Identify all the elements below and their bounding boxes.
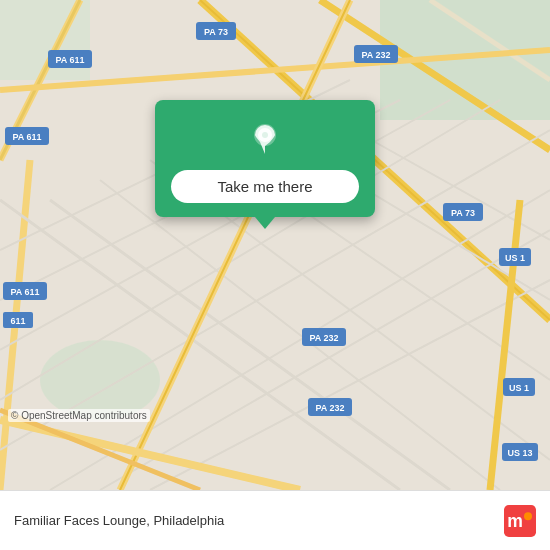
svg-text:US 13: US 13 — [507, 448, 532, 458]
location-popup: Take me there — [155, 100, 375, 217]
svg-text:PA 73: PA 73 — [451, 208, 475, 218]
svg-point-61 — [524, 512, 532, 520]
take-me-there-button[interactable]: Take me there — [171, 170, 359, 203]
svg-text:PA 73: PA 73 — [204, 27, 228, 37]
bottom-bar: Familiar Faces Lounge, Philadelphia m — [0, 490, 550, 550]
svg-point-3 — [40, 340, 160, 420]
svg-text:PA 611: PA 611 — [12, 132, 41, 142]
svg-text:611: 611 — [10, 316, 25, 326]
moovit-logo: m — [504, 505, 536, 537]
svg-text:PA 232: PA 232 — [361, 50, 390, 60]
svg-text:PA 611: PA 611 — [55, 55, 84, 65]
svg-text:US 1: US 1 — [505, 253, 525, 263]
map-pin-icon — [244, 118, 286, 160]
svg-text:m: m — [507, 511, 523, 531]
svg-text:PA 611: PA 611 — [10, 287, 39, 297]
map-container: PA 611 PA 73 PA 232 PA 611 PA 611 611 PA… — [0, 0, 550, 490]
svg-text:PA 232: PA 232 — [309, 333, 338, 343]
location-label: Familiar Faces Lounge, Philadelphia — [14, 513, 504, 528]
copyright-text: © OpenStreetMap contributors — [8, 409, 150, 422]
svg-text:US 1: US 1 — [509, 383, 529, 393]
moovit-icon: m — [504, 505, 536, 537]
svg-text:PA 232: PA 232 — [315, 403, 344, 413]
